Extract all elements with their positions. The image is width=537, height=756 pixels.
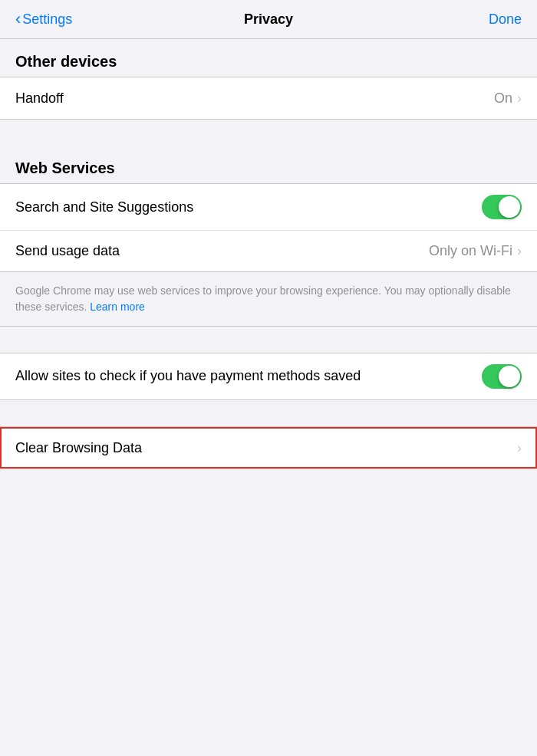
payment-toggle-knob	[499, 366, 520, 387]
page-title: Privacy	[244, 12, 293, 28]
other-devices-group: Handoff On ›	[0, 77, 537, 120]
handoff-value: On	[494, 90, 512, 107]
search-suggestions-row[interactable]: Search and Site Suggestions	[0, 184, 537, 230]
spacer-1	[0, 120, 537, 146]
spacer-3	[0, 400, 537, 426]
web-services-header: Web Services	[0, 146, 537, 183]
clear-browsing-row[interactable]: Clear Browsing Data ›	[0, 427, 537, 468]
send-usage-value: Only on Wi-Fi	[429, 243, 512, 259]
payment-methods-label: Allow sites to check if you have payment…	[15, 366, 482, 386]
info-text: Google Chrome may use web services to im…	[15, 283, 522, 315]
payment-methods-row[interactable]: Allow sites to check if you have payment…	[0, 353, 537, 399]
handoff-chevron-icon: ›	[517, 90, 522, 107]
web-services-title: Web Services	[15, 159, 115, 176]
clear-browsing-chevron-icon: ›	[517, 440, 522, 456]
web-services-info: Google Chrome may use web services to im…	[0, 272, 537, 327]
bottom-spacer	[0, 469, 537, 500]
payment-methods-toggle[interactable]	[482, 364, 522, 389]
back-button[interactable]: ‹ Settings	[15, 11, 72, 28]
handoff-label: Handoff	[15, 90, 494, 107]
other-devices-header: Other devices	[0, 39, 537, 77]
search-suggestions-label: Search and Site Suggestions	[15, 199, 482, 215]
other-devices-title: Other devices	[15, 53, 117, 70]
spacer-2	[0, 327, 537, 353]
web-services-group: Search and Site Suggestions Send usage d…	[0, 183, 537, 272]
send-usage-chevron-icon: ›	[517, 243, 522, 259]
send-usage-row[interactable]: Send usage data Only on Wi-Fi ›	[0, 230, 537, 271]
back-label: Settings	[22, 12, 72, 28]
clear-browsing-label: Clear Browsing Data	[15, 440, 517, 456]
search-suggestions-toggle[interactable]	[482, 195, 522, 219]
done-button[interactable]: Done	[489, 12, 522, 28]
clear-browsing-group: Clear Browsing Data ›	[0, 426, 537, 469]
navigation-bar: ‹ Settings Privacy Done	[0, 0, 537, 39]
learn-more-link[interactable]: Learn more	[90, 301, 145, 313]
handoff-row[interactable]: Handoff On ›	[0, 77, 537, 119]
send-usage-label: Send usage data	[15, 243, 429, 259]
payment-group: Allow sites to check if you have payment…	[0, 353, 537, 400]
toggle-knob	[499, 196, 520, 218]
back-chevron-icon: ‹	[15, 11, 21, 28]
